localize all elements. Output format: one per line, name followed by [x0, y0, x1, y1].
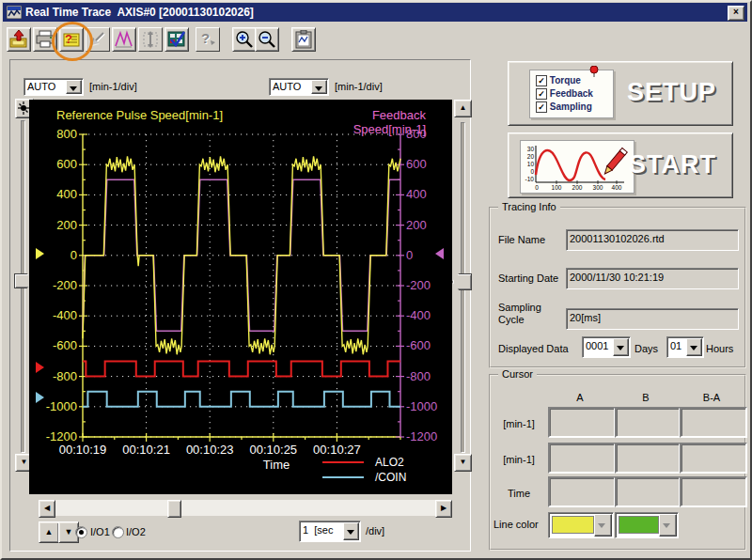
right-scale-slider-thumb[interactable]	[452, 273, 472, 290]
svg-text:00:10:27: 00:10:27	[313, 443, 361, 457]
right-scale-unit: [min-1/div]	[335, 81, 383, 93]
right-scale-down-button[interactable]: ▼	[454, 454, 472, 472]
toolbar-data-check-button[interactable]	[164, 27, 189, 52]
start-button-label: START	[629, 150, 716, 179]
cursor-a-color-combobox[interactable]	[548, 512, 614, 538]
cursor-b-time-field	[615, 476, 681, 507]
cursor-a-color-swatch	[552, 516, 594, 534]
svg-text:-800: -800	[406, 369, 431, 383]
svg-text:100: 100	[552, 184, 562, 191]
scroll-right-button[interactable]: ▶	[435, 500, 452, 518]
toolbar-trace-condition-button[interactable]: ?	[59, 27, 84, 52]
cursor-b-speed1-field	[615, 407, 681, 438]
waveform-icon	[115, 30, 133, 49]
chevron-down-icon	[617, 346, 624, 350]
hours-label: Hours	[706, 343, 733, 355]
toolbar-zoom-in-button[interactable]	[232, 27, 257, 52]
svg-text:-1000: -1000	[46, 399, 77, 413]
svg-text:400: 400	[56, 187, 77, 201]
app-icon	[7, 6, 22, 19]
right-scale-dropdown-button[interactable]	[311, 80, 327, 94]
chevron-down-icon	[663, 523, 670, 528]
time-scrollbar-thumb[interactable]	[167, 500, 181, 518]
cursor-b-color-combobox[interactable]	[615, 512, 679, 538]
title-bar[interactable]: Real Time Trace AXIS#0 [20001130102026] …	[3, 3, 747, 22]
toolbar-zoom-out-button[interactable]	[255, 27, 279, 52]
svg-text:00:10:19: 00:10:19	[59, 443, 107, 457]
cursor-column-ba: B-A	[680, 392, 744, 404]
svg-text:00:10:21: 00:10:21	[122, 443, 170, 457]
toolbar-print-button[interactable]	[33, 27, 57, 52]
copy-report-icon	[294, 30, 313, 49]
toolbar-import-data-button[interactable]	[86, 27, 110, 52]
right-scale-combobox[interactable]: AUTO	[269, 78, 329, 96]
days-combobox[interactable]: 0001	[582, 336, 631, 358]
left-scale-combobox[interactable]: AUTO	[24, 78, 84, 96]
chevron-down-icon	[347, 530, 354, 535]
toolbar-waveform-button[interactable]	[112, 27, 136, 52]
svg-text:200: 200	[406, 218, 427, 232]
cursor-b-color-swatch	[619, 516, 659, 534]
open-trace-icon	[9, 30, 28, 49]
displayed-data-label: Displayed Data	[498, 343, 569, 355]
feedback-zero-marker[interactable]	[435, 248, 444, 259]
left-axis-title: Reference Pulse Speed[min-1]	[56, 108, 223, 122]
sampling-cycle-label: SamplingCycle	[498, 302, 541, 326]
alo2-zero-marker[interactable]	[36, 362, 44, 373]
left-scale-dropdown-button[interactable]	[66, 80, 82, 94]
svg-text:-1000: -1000	[406, 399, 437, 413]
io-up-button[interactable]: ▲	[39, 521, 59, 543]
scroll-left-button[interactable]: ◀	[39, 500, 55, 518]
cursor-a-color-dropdown-button[interactable]	[594, 514, 612, 537]
legend-label-coin: /COIN	[375, 471, 406, 484]
pin-icon	[588, 66, 600, 77]
svg-text:00:10:25: 00:10:25	[249, 443, 297, 457]
radio-dot	[79, 530, 84, 535]
checkbox-feedback: ✓	[536, 88, 547, 100]
legend-line-coin	[322, 476, 364, 478]
setup-item-feedback: Feedback	[550, 88, 593, 99]
svg-text:30: 30	[527, 146, 535, 152]
cursor-a-speed1-field	[548, 407, 616, 438]
toolbar-help-button[interactable]: ? ?	[196, 27, 220, 52]
coin-zero-marker[interactable]	[36, 392, 44, 403]
hours-dropdown-button[interactable]	[686, 338, 702, 356]
toolbar-open-trace-button[interactable]	[7, 27, 31, 52]
data-check-icon	[167, 30, 186, 49]
svg-text:0: 0	[70, 248, 77, 262]
svg-text:200: 200	[572, 184, 583, 191]
radio-io1[interactable]	[75, 526, 87, 538]
toolbar-span-button[interactable]	[138, 27, 163, 52]
timebase-dropdown-button[interactable]	[343, 522, 359, 540]
cursor-row2-label: [min-1]	[493, 454, 545, 466]
reference-zero-marker[interactable]	[36, 248, 44, 259]
days-dropdown-button[interactable]	[613, 338, 629, 356]
right-scale-up-button[interactable]: ▲	[454, 100, 472, 117]
hours-combobox[interactable]: 01	[666, 336, 704, 358]
close-icon: ×	[733, 7, 739, 17]
svg-text:?: ?	[65, 32, 72, 46]
close-button[interactable]: ×	[728, 6, 744, 21]
trace-panel: AUTO [min-1/div] AUTO [min-1/div] ▼	[9, 59, 471, 552]
toolbar-copy-report-button[interactable]	[291, 27, 316, 52]
timebase-combobox[interactable]: 1 [sec	[299, 521, 361, 542]
cursor-ba-time-field	[680, 476, 747, 507]
starting-date-field: 2000/11/30 10:21:19	[566, 268, 739, 289]
cursor-title: Cursor	[498, 368, 537, 380]
svg-text:0: 0	[406, 248, 413, 262]
start-button[interactable]: 30 20 10 0 -10 0 100 200 300 400	[508, 132, 733, 198]
cursor-b-color-dropdown-button[interactable]	[659, 514, 677, 537]
trace-chart: 80080060060040040020020000-200-200-400-4…	[29, 100, 452, 494]
setup-button[interactable]: ✓ Torque ✓ Feedback ✓ Sampling SETUP	[508, 61, 733, 126]
time-scrollbar[interactable]: ◀ ▶	[39, 500, 452, 516]
cursor-a-speed2-field	[548, 443, 616, 474]
radio-io2[interactable]	[112, 526, 124, 538]
cursor-row3-label: Time	[493, 488, 545, 500]
svg-text:-200: -200	[406, 278, 431, 292]
legend-line-alo2	[322, 461, 364, 463]
days-label: Days	[634, 343, 658, 355]
file-name-field: 20001130102026.rtd	[566, 229, 739, 251]
svg-text:0: 0	[530, 168, 534, 175]
svg-text:-600: -600	[53, 338, 77, 352]
cursor-ba-speed1-field	[680, 407, 747, 438]
